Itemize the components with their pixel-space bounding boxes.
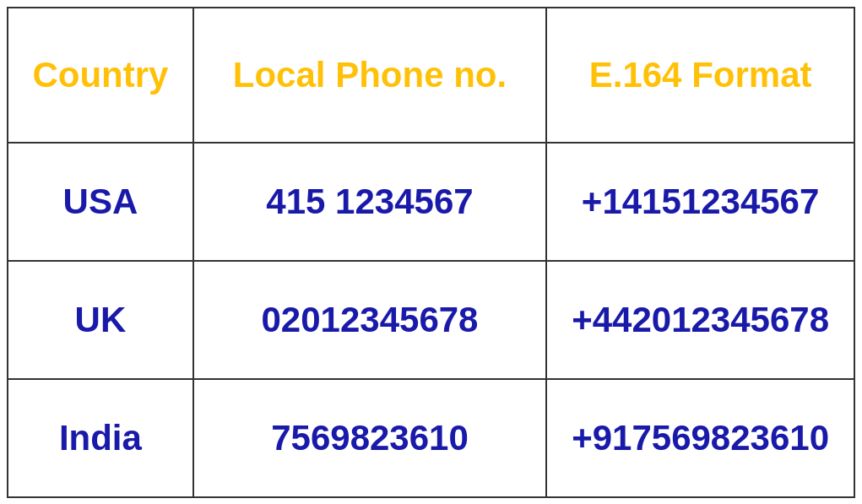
header-e164-format: E.164 Format: [546, 8, 854, 143]
cell-e164-usa: +14151234567: [546, 143, 854, 261]
cell-local-uk: 02012345678: [193, 261, 546, 379]
table-row: UK 02012345678 +442012345678: [8, 261, 854, 379]
cell-country-india: India: [8, 379, 193, 497]
table-row: USA 415 1234567 +14151234567: [8, 143, 854, 261]
header-country: Country: [8, 8, 193, 143]
phone-format-table: Country Local Phone no. E.164 Format USA…: [7, 7, 855, 498]
table-container: Country Local Phone no. E.164 Format USA…: [0, 0, 862, 504]
cell-e164-uk: +442012345678: [546, 261, 854, 379]
cell-country-usa: USA: [8, 143, 193, 261]
cell-local-india: 7569823610: [193, 379, 546, 497]
table-row: India 7569823610 +917569823610: [8, 379, 854, 497]
header-local-phone: Local Phone no.: [193, 8, 546, 143]
header-row: Country Local Phone no. E.164 Format: [8, 8, 854, 143]
cell-local-usa: 415 1234567: [193, 143, 546, 261]
cell-country-uk: UK: [8, 261, 193, 379]
cell-e164-india: +917569823610: [546, 379, 854, 497]
